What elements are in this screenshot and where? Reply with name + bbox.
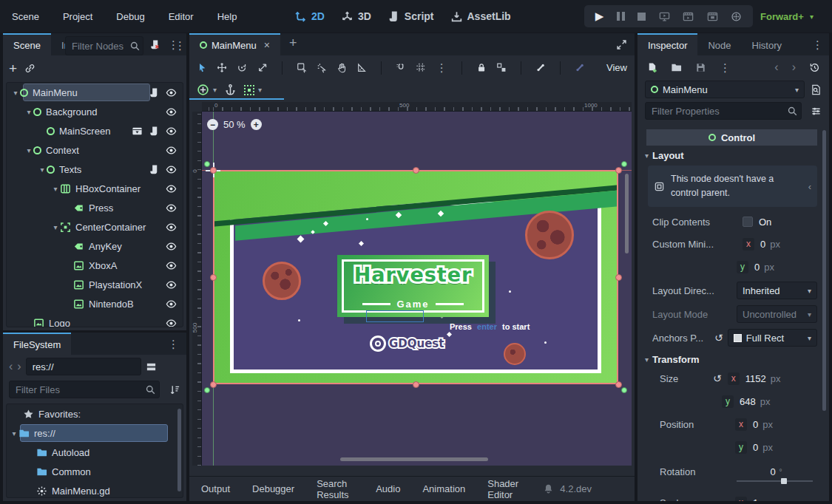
revert-icon[interactable]: ↺: [714, 332, 723, 344]
visibility-eye-icon[interactable]: [166, 279, 177, 290]
custom-min-y-value[interactable]: 0: [754, 262, 760, 273]
visibility-eye-icon[interactable]: [166, 260, 177, 271]
scale-tool-icon[interactable]: [257, 61, 268, 74]
select-tool-icon[interactable]: [197, 61, 207, 74]
bottom-tab-debugger[interactable]: Debugger: [252, 483, 294, 494]
script-icon[interactable]: [149, 164, 160, 175]
resize-handle-tl[interactable]: [210, 167, 217, 174]
visibility-eye-icon[interactable]: [166, 318, 177, 328]
tree-row-nintendob[interactable]: NintendoB: [7, 294, 183, 313]
container-sizing-button[interactable]: ▾: [244, 85, 262, 95]
tree-row-centercontainer[interactable]: ▾ CenterContainer: [7, 217, 183, 236]
rotation-slider-handle[interactable]: [781, 478, 787, 484]
filter-properties-input[interactable]: [645, 102, 802, 120]
canvas-viewport[interactable]: Harvester Harvester Game Press enter to …: [192, 102, 632, 466]
resize-handle-ml[interactable]: [210, 274, 217, 281]
resize-handle-bl[interactable]: [210, 381, 217, 388]
visibility-eye-icon[interactable]: [166, 145, 177, 156]
detach-script-button[interactable]: [149, 39, 160, 50]
resize-handle-tm[interactable]: [413, 167, 419, 174]
tree-row-background[interactable]: ▾ Background: [7, 102, 183, 121]
clip-contents-checkbox[interactable]: [743, 217, 753, 227]
tab-inspector[interactable]: Inspector: [637, 33, 697, 55]
dock-menu-icon[interactable]: ⋮: [806, 33, 829, 55]
add-node-button[interactable]: +: [9, 61, 17, 75]
anchor-icon[interactable]: [224, 84, 237, 96]
movie-maker-button[interactable]: [731, 11, 742, 22]
zoom-in-button[interactable]: +: [251, 119, 262, 130]
ruler-tool-icon[interactable]: [356, 61, 367, 74]
visibility-eye-icon[interactable]: [166, 106, 177, 118]
scene-tab-mainmenu[interactable]: MainMenu ×: [189, 33, 280, 55]
rotation-slider[interactable]: [737, 480, 813, 482]
visibility-eye-icon[interactable]: [166, 87, 177, 98]
layout-mode-select[interactable]: Uncontrolled ▾: [737, 305, 817, 323]
dock-menu-icon[interactable]: ⋮: [160, 333, 186, 355]
save-resource-icon[interactable]: [695, 62, 706, 73]
workspace-2d-button[interactable]: 2D: [294, 10, 325, 23]
new-resource-icon[interactable]: [646, 62, 657, 73]
notification-bell-icon[interactable]: [543, 483, 554, 494]
custom-min-x-value[interactable]: 0: [760, 239, 765, 250]
tab-scene[interactable]: Scene: [3, 33, 51, 55]
bottom-tab-audio[interactable]: Audio: [376, 483, 400, 494]
chevron-down-icon[interactable]: ▾: [11, 89, 20, 97]
edit-history-icon[interactable]: [809, 62, 820, 73]
menu-project[interactable]: Project: [51, 0, 104, 33]
collapse-warning-icon[interactable]: ‹: [808, 181, 811, 192]
path-input[interactable]: [26, 358, 141, 375]
pause-button[interactable]: [617, 12, 625, 21]
class-header[interactable]: Control: [646, 129, 817, 146]
canvas-v-scrollbar[interactable]: [625, 174, 629, 253]
play-movie-button[interactable]: [683, 11, 694, 22]
script-icon[interactable]: [149, 126, 160, 137]
view-menu-button[interactable]: View: [606, 62, 627, 73]
menu-debug[interactable]: Debug: [104, 0, 156, 33]
play-remote-button[interactable]: [659, 11, 670, 22]
visibility-eye-icon[interactable]: [166, 241, 177, 252]
pan-tool-icon[interactable]: [336, 61, 347, 74]
tree-row-hboxcontainer[interactable]: ▾ HBoxContainer: [7, 179, 183, 198]
display-mode-icon[interactable]: [146, 361, 157, 372]
resize-handle-bm[interactable]: [413, 381, 419, 388]
fs-row-common[interactable]: Common: [7, 462, 183, 481]
bottom-tab-output[interactable]: Output: [201, 483, 230, 494]
stop-button[interactable]: [637, 13, 646, 21]
select-list-icon[interactable]: [297, 61, 307, 74]
expand-panel-icon[interactable]: [616, 39, 627, 50]
transform-section-header[interactable]: ▾ Transform: [645, 352, 700, 367]
sort-icon[interactable]: [169, 384, 180, 395]
inspector-scrollbar[interactable]: [822, 130, 826, 411]
chevron-down-icon[interactable]: ▾: [24, 108, 33, 116]
scale-x-value[interactable]: 1: [753, 497, 758, 502]
lock-icon[interactable]: [476, 61, 487, 74]
bottom-tab-shader-editor[interactable]: Shader Editor: [487, 478, 521, 500]
chevron-down-icon[interactable]: ▾: [51, 185, 60, 193]
chevron-down-icon[interactable]: ▾: [10, 429, 18, 437]
instance-scene-icon[interactable]: [24, 63, 35, 74]
open-docs-icon[interactable]: [811, 84, 822, 95]
zoom-out-button[interactable]: −: [207, 119, 218, 130]
visibility-eye-icon[interactable]: [166, 202, 177, 214]
node-selector[interactable]: MainMenu ▾: [645, 81, 805, 98]
snap-options-icon[interactable]: ⋮: [436, 62, 447, 73]
filter-files-input[interactable]: [9, 381, 160, 398]
rotate-tool-icon[interactable]: [237, 61, 247, 74]
bottom-tab-search-results[interactable]: Search Results: [317, 478, 354, 500]
tree-row-press[interactable]: Press: [7, 198, 183, 217]
layout-section-header[interactable]: ▾ Layout: [645, 148, 684, 163]
anchor-marker[interactable]: [621, 387, 627, 393]
menu-help[interactable]: Help: [206, 0, 249, 33]
fs-row-favorites[interactable]: Favorites:: [7, 404, 183, 423]
new-scene-tab-button[interactable]: +: [280, 33, 306, 55]
snap-pointer-icon[interactable]: [317, 61, 327, 74]
filesystem-scrollbar[interactable]: [177, 409, 181, 491]
layout-direction-select[interactable]: Inherited ▾: [737, 282, 817, 299]
play-scene-button[interactable]: [707, 11, 718, 22]
menu-scene[interactable]: Scene: [0, 0, 51, 33]
fs-row-res[interactable]: ▾ res://: [7, 423, 183, 443]
visibility-eye-icon[interactable]: [166, 299, 177, 310]
position-x-value[interactable]: 0: [753, 419, 758, 430]
close-icon[interactable]: ×: [264, 39, 270, 51]
renderer-selector[interactable]: Forward+ ▾: [760, 0, 814, 33]
